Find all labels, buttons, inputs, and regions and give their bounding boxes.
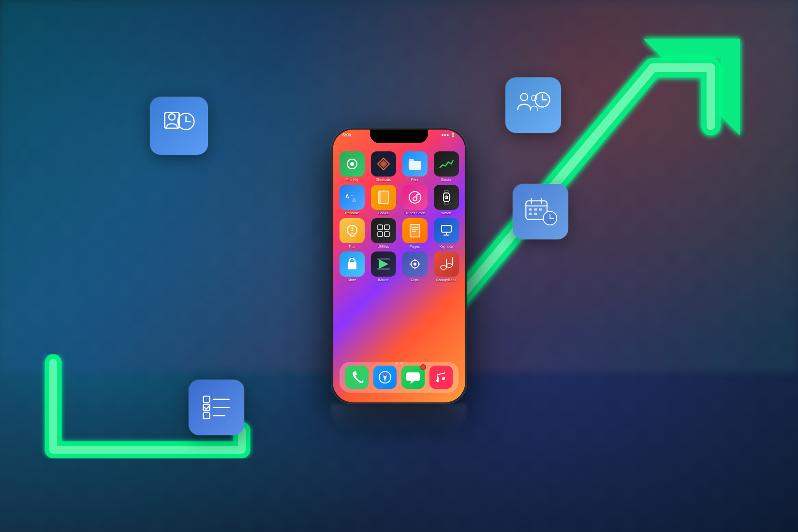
- phone-screen: 8:03 ●●● 🔋 Find My: [333, 130, 465, 402]
- app-watch[interactable]: Watch: [432, 185, 460, 215]
- svg-rect-22: [378, 232, 383, 236]
- phone-wrapper: 8:03 ●●● 🔋 Find My: [331, 128, 467, 404]
- phone-reflection: [331, 404, 467, 433]
- floating-icon-calendar-clock[interactable]: [513, 184, 568, 239]
- svg-point-2: [350, 162, 354, 166]
- svg-marker-0: [643, 39, 740, 135]
- app-stocks[interactable]: Stocks: [432, 151, 460, 182]
- dock-messages[interactable]: [401, 366, 425, 389]
- iphone: 8:03 ●●● 🔋 Find My: [331, 128, 467, 404]
- floating-icon-people-clock[interactable]: [505, 77, 561, 133]
- status-icons: ●●● 🔋: [441, 133, 456, 137]
- app-garageband[interactable]: GarageBand: [432, 251, 460, 282]
- dock-phone[interactable]: [345, 366, 369, 389]
- svg-point-19: [351, 233, 353, 234]
- svg-rect-23: [384, 232, 389, 236]
- phone-screen-container: 8:03 ●●● 🔋 Find My: [333, 130, 465, 402]
- svg-rect-56: [203, 396, 209, 402]
- floating-icon-checklist[interactable]: [189, 380, 244, 435]
- svg-point-39: [441, 266, 446, 269]
- svg-rect-69: [529, 212, 532, 214]
- app-find-my[interactable]: Find My: [338, 151, 366, 182]
- svg-rect-21: [384, 225, 389, 230]
- app-keynote[interactable]: Keynote: [432, 218, 460, 249]
- dock-music[interactable]: [429, 366, 453, 389]
- app-files[interactable]: Files: [400, 151, 429, 182]
- notification-badge: [420, 364, 426, 370]
- app-grid: Find My Shortcuts: [333, 151, 465, 282]
- dock: [340, 362, 458, 393]
- svg-point-47: [168, 114, 175, 120]
- svg-rect-20: [378, 225, 383, 230]
- svg-rect-3: [409, 161, 421, 170]
- svg-rect-7: [379, 191, 381, 204]
- svg-rect-32: [377, 268, 390, 270]
- floating-icon-user-clock[interactable]: [150, 97, 208, 155]
- dock-safari[interactable]: [373, 366, 397, 389]
- svg-point-9: [413, 197, 417, 201]
- svg-rect-31: [377, 258, 390, 260]
- app-translate[interactable]: A あ Translate: [338, 185, 366, 215]
- svg-rect-70: [534, 212, 537, 214]
- app-clips[interactable]: Clips: [400, 251, 429, 282]
- svg-point-51: [520, 93, 528, 101]
- svg-rect-67: [534, 208, 537, 210]
- svg-rect-66: [529, 208, 532, 210]
- status-time: 8:03: [342, 133, 351, 137]
- app-imovie[interactable]: iMovie: [369, 251, 398, 282]
- svg-rect-24: [410, 224, 420, 237]
- status-bar: 8:03 ●●● 🔋: [333, 133, 465, 137]
- svg-point-41: [446, 264, 452, 267]
- app-itunes[interactable]: iTunes Store: [400, 185, 429, 215]
- svg-rect-60: [203, 412, 209, 418]
- svg-rect-68: [539, 208, 542, 210]
- app-books[interactable]: Books: [369, 185, 398, 215]
- app-store[interactable]: Store: [338, 251, 366, 282]
- app-tips[interactable]: Tips: [338, 218, 366, 249]
- svg-rect-28: [442, 225, 451, 232]
- svg-text:A: A: [345, 193, 349, 199]
- app-utilities[interactable]: Utilities: [369, 218, 398, 249]
- svg-point-34: [414, 263, 416, 266]
- app-shortcuts[interactable]: Shortcuts: [369, 151, 398, 182]
- svg-text:あ: あ: [352, 197, 356, 202]
- app-pages[interactable]: Pages: [400, 218, 429, 249]
